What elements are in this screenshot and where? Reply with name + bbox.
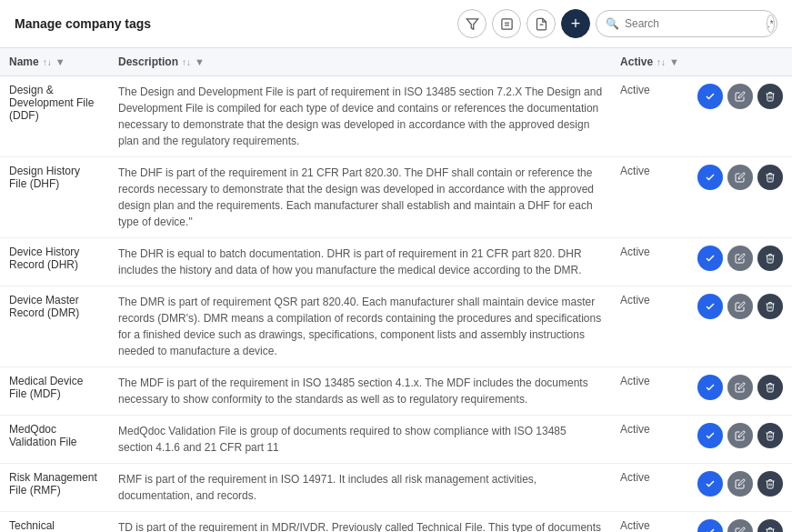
table-row: Technical Documentation (TD) TD is part … [0,512,792,533]
activate-button-7[interactable] [697,519,723,532]
table-row: Design History File (DHF) The DHF is par… [0,157,792,238]
cell-desc-5: MedQdoc Validation File is group of docu… [109,416,611,464]
edit-button-3[interactable] [727,294,753,319]
delete-button-3[interactable] [757,294,783,319]
action-buttons-7 [697,519,783,532]
regex-button[interactable]: .* [767,15,775,33]
action-buttons-2 [697,246,783,271]
activate-button-3[interactable] [697,294,723,319]
cell-name-7: Technical Documentation (TD) [0,512,109,533]
cell-desc-2: The DHR is equal to batch documentation.… [109,238,611,286]
edit-button-6[interactable] [727,471,753,497]
cell-name-0: Design & Development File (DDF) [0,76,109,157]
cell-desc-4: The MDF is part of the requirement in IS… [109,367,611,416]
cell-desc-7: TD is part of the requirement in MDR/IVD… [109,512,611,533]
cell-active-3: Active [611,286,688,367]
cell-actions-7 [688,512,792,533]
cell-actions-1 [688,157,792,238]
cell-desc-6: RMF is part of the requirement in ISO 14… [109,464,611,512]
cell-active-4: Active [611,367,688,416]
table-row: Device Master Record (DMR) The DMR is pa… [0,286,792,367]
edit-button-7[interactable] [727,519,753,532]
cell-active-0: Active [611,76,688,157]
svg-rect-1 [501,18,511,28]
name-filter-icon[interactable]: ▼ [55,56,65,67]
activate-button-5[interactable] [697,423,723,448]
cell-name-2: Device History Record (DHR) [0,238,109,286]
tags-table: Name ↑↓ ▼ Description ↑↓ ▼ Active ↑↓ [0,48,792,532]
cell-active-1: Active [611,157,688,238]
table-row: MedQdoc Validation File MedQdoc Validati… [0,416,792,464]
col-header-description: Description ↑↓ ▼ [109,48,611,76]
active-sort-icon[interactable]: ↑↓ [657,57,666,67]
cell-name-3: Device Master Record (DMR) [0,286,109,367]
cell-desc-0: The Design and Development File is part … [109,76,611,157]
table-container: Name ↑↓ ▼ Description ↑↓ ▼ Active ↑↓ [0,48,792,532]
search-input[interactable] [625,17,761,30]
add-tag-button[interactable]: + [561,9,590,38]
delete-button-5[interactable] [757,423,783,448]
desc-filter-icon[interactable]: ▼ [195,56,205,67]
edit-button-1[interactable] [727,165,753,190]
header-actions: + 🔍 .* [457,9,777,38]
svg-marker-0 [466,18,478,28]
activate-button-2[interactable] [697,246,723,271]
col-header-active: Active ↑↓ ▼ [611,48,688,76]
cell-active-2: Active [611,238,688,286]
active-filter-icon[interactable]: ▼ [669,56,679,67]
cell-actions-6 [688,464,792,512]
table-header-row: Name ↑↓ ▼ Description ↑↓ ▼ Active ↑↓ [0,48,792,76]
cell-active-7: Active [611,512,688,533]
cell-actions-2 [688,238,792,286]
action-buttons-4 [697,375,783,400]
cell-desc-3: The DMR is part of requirement QSR part … [109,286,611,367]
cell-actions-4 [688,367,792,416]
filter-button[interactable] [457,9,486,38]
edit-button-5[interactable] [727,423,753,448]
cell-active-5: Active [611,416,688,464]
action-buttons-3 [697,294,783,319]
page-title: Manage company tags [15,16,151,31]
cell-name-6: Risk Management File (RMF) [0,464,109,512]
cell-actions-5 [688,416,792,464]
action-buttons-1 [697,165,783,190]
activate-button-6[interactable] [697,471,723,497]
edit-button-4[interactable] [727,375,753,400]
cell-name-4: Medical Device File (MDF) [0,367,109,416]
delete-button-1[interactable] [757,165,783,190]
export-button-2[interactable] [526,9,556,38]
action-buttons-0 [697,84,783,109]
cell-active-6: Active [611,464,688,512]
name-sort-icon[interactable]: ↑↓ [43,57,52,67]
col-header-actions [688,48,792,76]
cell-actions-0 [688,76,792,157]
delete-button-2[interactable] [757,246,783,271]
header: Manage company tags + 🔍 .* [0,0,792,48]
delete-button-0[interactable] [757,84,783,109]
cell-name-5: MedQdoc Validation File [0,416,109,464]
activate-button-0[interactable] [697,84,723,109]
desc-sort-icon[interactable]: ↑↓ [182,57,191,67]
activate-button-4[interactable] [697,375,723,400]
cell-name-1: Design History File (DHF) [0,157,109,238]
search-icon: 🔍 [606,17,619,30]
edit-button-0[interactable] [727,84,753,109]
delete-button-6[interactable] [757,471,783,497]
cell-desc-1: The DHF is part of the requirement in 21… [109,157,611,238]
table-row: Design & Development File (DDF) The Desi… [0,76,792,157]
export-button-1[interactable] [492,9,521,38]
table-row: Device History Record (DHR) The DHR is e… [0,238,792,286]
cell-actions-3 [688,286,792,367]
table-row: Medical Device File (MDF) The MDF is par… [0,367,792,416]
table-row: Risk Management File (RMF) RMF is part o… [0,464,792,512]
action-buttons-6 [697,471,783,497]
search-box: 🔍 .* [596,10,777,37]
edit-button-2[interactable] [727,246,753,271]
delete-button-4[interactable] [757,375,783,400]
action-buttons-5 [697,423,783,448]
col-header-name: Name ↑↓ ▼ [0,48,109,76]
delete-button-7[interactable] [757,519,783,532]
activate-button-1[interactable] [697,165,723,190]
